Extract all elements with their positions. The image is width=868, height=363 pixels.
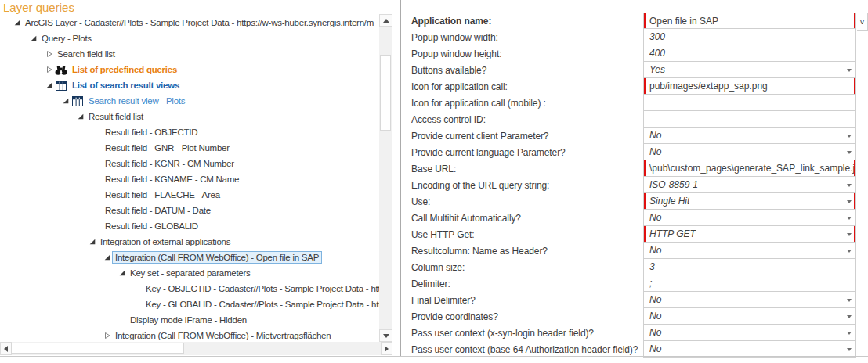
expander-expanded-icon[interactable] bbox=[45, 81, 54, 89]
tree-item[interactable]: Integration (Call FROM WebOffice) - Miet… bbox=[0, 328, 379, 343]
field-input[interactable]: pub/images/extapp_sap.png bbox=[643, 77, 856, 95]
field-value: Single Hit bbox=[649, 196, 689, 207]
field-dropdown[interactable]: No bbox=[643, 324, 856, 341]
horizontal-scroll-thumb[interactable] bbox=[11, 343, 184, 354]
expander-expanded-icon[interactable] bbox=[61, 97, 71, 105]
chevron-down-icon[interactable] bbox=[847, 299, 852, 302]
tree-item[interactable]: Key - OBJECTID - Cadaster//Plots - Sampl… bbox=[0, 281, 379, 297]
table-icon bbox=[55, 81, 67, 91]
tree-item[interactable]: Search field list bbox=[0, 46, 379, 62]
tree-item[interactable]: Result field - FLAECHE - Area bbox=[0, 187, 379, 203]
field-value: No bbox=[649, 245, 661, 256]
tree-item[interactable]: Integration (Call FROM WebOffice) - Open… bbox=[0, 250, 379, 265]
tree-item[interactable]: Result field - DATUM - Date bbox=[0, 203, 379, 218]
expander-spacer bbox=[92, 144, 102, 152]
field-dropdown[interactable]: Single Hit bbox=[643, 192, 856, 210]
chevron-down-icon[interactable] bbox=[847, 200, 852, 203]
tree-item[interactable]: Result field - KGNR - CM Number bbox=[0, 156, 379, 171]
field-input[interactable]: \pub\custom_pages\generate_SAP_link_samp… bbox=[643, 160, 856, 177]
field-dropdown[interactable]: No bbox=[643, 340, 856, 358]
field-label: Provide current language Parameter? bbox=[411, 144, 643, 160]
tree-item[interactable]: Query - Plots bbox=[0, 31, 379, 46]
expander-collapsed-icon[interactable] bbox=[45, 50, 54, 58]
tree-item[interactable]: Result field - GNR - Plot Number bbox=[0, 140, 379, 156]
field-label: Delimiter: bbox=[411, 275, 643, 292]
tree-item[interactable]: Display mode IFrame - Hidden bbox=[0, 312, 379, 328]
field-value: No bbox=[649, 327, 661, 338]
tree-item[interactable]: Result field - GLOBALID bbox=[0, 218, 379, 234]
tree-item[interactable]: Key set - separated parameters bbox=[0, 265, 379, 281]
field-label: Resultcolumn: Name as Header? bbox=[411, 243, 643, 259]
form-row: Provide current language Parameter?No bbox=[411, 144, 856, 160]
field-input[interactable] bbox=[643, 94, 856, 111]
tree-item[interactable]: Result field list bbox=[0, 109, 379, 124]
expander-spacer bbox=[92, 207, 102, 214]
chevron-down-icon[interactable] bbox=[847, 250, 852, 253]
field-dropdown[interactable]: No bbox=[643, 242, 856, 259]
bottom-border bbox=[0, 356, 868, 357]
chevron-down-icon[interactable] bbox=[847, 233, 852, 236]
scroll-up-button[interactable] bbox=[379, 14, 392, 27]
field-input[interactable]: ; bbox=[643, 275, 856, 292]
tree-item[interactable]: Result field - KGNAME - CM Name bbox=[0, 171, 379, 187]
form-row: Use:Single Hit bbox=[411, 193, 856, 210]
expander-expanded-icon[interactable] bbox=[118, 269, 127, 277]
field-value: ; bbox=[649, 278, 652, 289]
tree-vertical-scrollbar[interactable] bbox=[379, 14, 392, 342]
expander-collapsed-icon[interactable] bbox=[103, 332, 112, 340]
field-dropdown[interactable]: No bbox=[643, 307, 856, 325]
tree-item[interactable]: ArcGIS Layer - Cadaster//Plots - Sample … bbox=[0, 15, 379, 31]
chevron-down-icon[interactable] bbox=[847, 135, 852, 138]
expander-expanded-icon[interactable] bbox=[103, 253, 112, 261]
expander-expanded-icon[interactable] bbox=[88, 238, 97, 246]
tree-item-label: Result field - GNR - Plot Number bbox=[102, 142, 233, 154]
scroll-down-button[interactable] bbox=[379, 329, 392, 342]
field-value: No bbox=[649, 212, 661, 223]
chevron-down-icon[interactable] bbox=[847, 184, 852, 187]
scroll-right-button[interactable] bbox=[381, 342, 392, 355]
field-dropdown[interactable]: Yes bbox=[643, 61, 856, 78]
expander-expanded-icon[interactable] bbox=[13, 19, 22, 27]
tree: ArcGIS Layer - Cadaster//Plots - Sample … bbox=[0, 15, 379, 343]
chevron-down-icon[interactable] bbox=[847, 315, 852, 318]
chevron-down-icon[interactable] bbox=[847, 217, 852, 220]
panel-divider bbox=[400, 0, 401, 356]
field-dropdown[interactable]: ISO-8859-1 bbox=[643, 176, 856, 193]
tree-horizontal-scrollbar[interactable] bbox=[0, 342, 392, 355]
field-input[interactable]: 300 bbox=[643, 28, 856, 45]
field-label: Call Multihit Automatically? bbox=[411, 210, 643, 226]
tree-item-label: Integration of external applications bbox=[97, 235, 233, 248]
field-label: Popup window height: bbox=[411, 45, 643, 62]
form-row: Call Multihit Automatically?No bbox=[411, 210, 856, 226]
chevron-down-icon[interactable] bbox=[847, 69, 852, 72]
field-label: Provide current client Parameter? bbox=[411, 128, 643, 144]
field-dropdown[interactable]: No bbox=[643, 291, 856, 308]
field-dropdown[interactable]: No bbox=[643, 143, 856, 160]
chevron-down-icon[interactable] bbox=[847, 348, 852, 351]
chevron-down-icon[interactable] bbox=[847, 332, 852, 335]
application-name-dropdown-button[interactable]: v bbox=[857, 13, 868, 31]
form-row: Final Delimiter?No bbox=[411, 292, 856, 308]
tree-item[interactable]: List of predefined queries bbox=[0, 62, 379, 77]
field-input[interactable] bbox=[643, 110, 856, 128]
tree-item[interactable]: Key - GLOBALID - Cadaster//Plots - Sampl… bbox=[0, 297, 379, 312]
scroll-left-button[interactable] bbox=[0, 342, 12, 355]
chevron-down-icon[interactable] bbox=[847, 151, 852, 154]
expander-collapsed-icon[interactable] bbox=[45, 66, 54, 74]
tree-item[interactable]: Search result view - Plots bbox=[0, 93, 379, 109]
field-dropdown[interactable]: HTTP GET bbox=[643, 225, 856, 243]
field-dropdown[interactable]: No bbox=[643, 127, 856, 144]
expander-expanded-icon[interactable] bbox=[29, 34, 38, 42]
expander-expanded-icon[interactable] bbox=[76, 113, 85, 120]
tree-item-label: Integration (Call FROM WebOffice) - Miet… bbox=[112, 329, 334, 342]
field-input[interactable]: 3 bbox=[643, 258, 856, 275]
field-dropdown[interactable]: Open file in SAP bbox=[643, 13, 856, 29]
tree-item[interactable]: List of search result views bbox=[0, 77, 379, 93]
field-input[interactable]: 400 bbox=[643, 45, 856, 62]
vertical-scroll-thumb[interactable] bbox=[380, 55, 391, 131]
field-label: Access control ID: bbox=[411, 111, 643, 128]
tree-item[interactable]: Integration of external applications bbox=[0, 234, 379, 250]
field-dropdown[interactable]: No bbox=[643, 209, 856, 226]
field-value: Yes bbox=[649, 64, 665, 75]
tree-item[interactable]: Result field - OBJECTID bbox=[0, 124, 379, 140]
